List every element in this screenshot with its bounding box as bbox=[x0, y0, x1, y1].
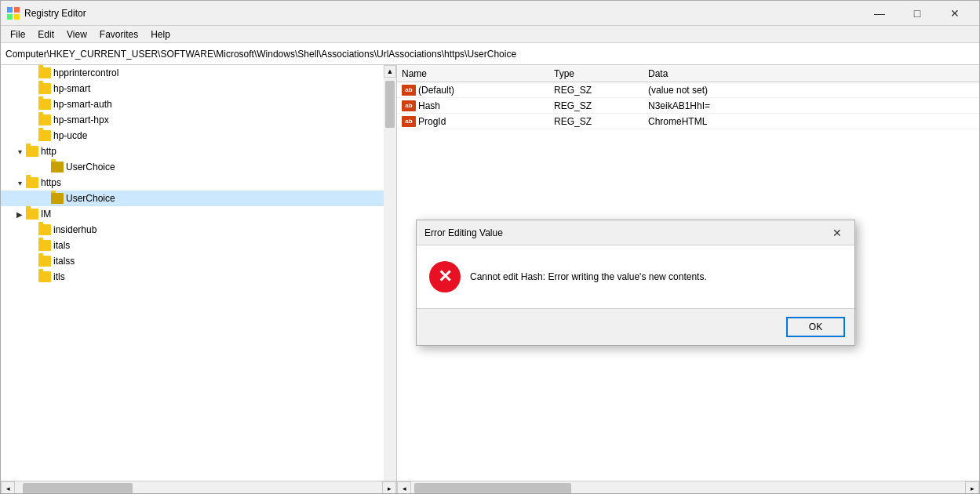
svg-rect-3 bbox=[14, 14, 20, 20]
value-label: Hash bbox=[418, 100, 440, 111]
svg-rect-0 bbox=[7, 7, 13, 13]
scroll-left-arrow-r[interactable]: ◂ bbox=[397, 481, 411, 495]
scroll-thumb-v[interactable] bbox=[385, 81, 395, 128]
ab-icon: ab bbox=[402, 116, 416, 127]
scroll-up-arrow[interactable]: ▲ bbox=[384, 65, 396, 78]
app-icon bbox=[7, 7, 20, 20]
folder-icon bbox=[38, 271, 51, 282]
col-header-name: Name bbox=[397, 68, 554, 79]
tree-label: insiderhub bbox=[53, 224, 97, 235]
tree-item-https[interactable]: ▾ https bbox=[1, 175, 396, 191]
tree-item-userchoice-http[interactable]: UserChoice bbox=[1, 159, 396, 175]
dialog-ok-button[interactable]: OK bbox=[786, 317, 845, 337]
error-icon: ✕ bbox=[429, 261, 461, 292]
close-button[interactable]: ✕ bbox=[937, 1, 973, 26]
tree-label: UserChoice bbox=[66, 162, 115, 173]
value-row-hash[interactable]: ab Hash REG_SZ N3eikAB1HhI= bbox=[397, 98, 979, 114]
collapse-icon: ▾ bbox=[13, 179, 26, 187]
dialog-message: Cannot edit Hash: Error writing the valu… bbox=[470, 271, 842, 282]
tree-panel: hpprintercontrol hp-smart hp-smart-auth bbox=[1, 65, 397, 481]
error-dialog: Error Editing Value ✕ ✕ Cannot edit Hash… bbox=[416, 220, 855, 346]
folder-icon bbox=[51, 162, 64, 173]
tree-label: itals bbox=[53, 240, 70, 251]
scroll-track-left[interactable] bbox=[15, 481, 382, 495]
tree-label: hpprintercontrol bbox=[53, 67, 118, 78]
folder-icon bbox=[38, 256, 51, 267]
scroll-thumb-h-right[interactable] bbox=[414, 483, 571, 494]
value-name-default: ab (Default) bbox=[397, 85, 554, 96]
menu-help[interactable]: Help bbox=[144, 27, 177, 42]
address-bar[interactable]: Computer\HKEY_CURRENT_USER\SOFTWARE\Micr… bbox=[1, 43, 979, 65]
value-row-default[interactable]: ab (Default) REG_SZ (value not set) bbox=[397, 82, 979, 98]
tree-scrollbar-v[interactable]: ▲ bbox=[384, 65, 396, 481]
menu-view[interactable]: View bbox=[60, 27, 93, 42]
col-header-data: Data bbox=[648, 68, 979, 79]
title-bar-left: Registry Editor bbox=[7, 7, 86, 20]
scroll-right-arrow-r[interactable]: ▸ bbox=[965, 481, 979, 495]
dialog-title: Error Editing Value bbox=[424, 227, 503, 238]
title-bar: Registry Editor — □ ✕ bbox=[1, 1, 979, 26]
tree-item-im[interactable]: ▶ IM bbox=[1, 206, 396, 222]
tree-item-hp-ucde[interactable]: hp-ucde bbox=[1, 128, 396, 143]
tree-label: UserChoice bbox=[66, 193, 115, 204]
tree-item-userchoice-https[interactable]: UserChoice bbox=[1, 191, 396, 206]
scroll-right-arrow[interactable]: ▸ bbox=[382, 481, 396, 495]
tree-item-insiderhub[interactable]: insiderhub bbox=[1, 222, 396, 238]
tree-scroll[interactable]: hpprintercontrol hp-smart hp-smart-auth bbox=[1, 65, 396, 481]
collapse-icon: ▾ bbox=[13, 147, 26, 156]
folder-icon bbox=[38, 224, 51, 235]
tree-item-hp-smart-auth[interactable]: hp-smart-auth bbox=[1, 96, 396, 112]
address-path: Computer\HKEY_CURRENT_USER\SOFTWARE\Micr… bbox=[5, 49, 516, 60]
tree-item-hpprintercontrol[interactable]: hpprintercontrol bbox=[1, 65, 396, 81]
menu-favorites[interactable]: Favorites bbox=[93, 27, 144, 42]
scroll-thumb-h-left[interactable] bbox=[23, 483, 133, 494]
menu-edit[interactable]: Edit bbox=[31, 27, 60, 42]
folder-icon bbox=[26, 146, 38, 157]
value-data-hash: N3eikAB1HhI= bbox=[648, 100, 979, 111]
value-name-progid: ab ProgId bbox=[397, 116, 554, 127]
col-header-type: Type bbox=[554, 68, 648, 79]
error-symbol: ✕ bbox=[438, 267, 452, 287]
tree-item-hp-smart[interactable]: hp-smart bbox=[1, 81, 396, 96]
dialog-footer: OK bbox=[417, 308, 854, 345]
tree-item-itals[interactable]: itals bbox=[1, 238, 396, 253]
menu-file[interactable]: File bbox=[4, 27, 31, 42]
folder-icon bbox=[38, 67, 51, 78]
tree-item-http[interactable]: ▾ http bbox=[1, 143, 396, 159]
menu-bar: File Edit View Favorites Help bbox=[1, 26, 979, 43]
svg-rect-1 bbox=[14, 7, 20, 13]
tree-item-italss[interactable]: italss bbox=[1, 253, 396, 269]
expand-icon: ▶ bbox=[13, 210, 26, 219]
dialog-body: ✕ Cannot edit Hash: Error writing the va… bbox=[417, 245, 854, 308]
tree-item-hp-smart-hpx[interactable]: hp-smart-hpx bbox=[1, 112, 396, 128]
folder-icon bbox=[38, 83, 51, 94]
value-type-default: REG_SZ bbox=[554, 85, 648, 96]
values-header: Name Type Data bbox=[397, 65, 979, 82]
tree-label: http bbox=[41, 146, 56, 157]
dialog-close-button[interactable]: ✕ bbox=[828, 223, 847, 242]
value-row-progid[interactable]: ab ProgId REG_SZ ChromeHTML bbox=[397, 114, 979, 129]
window-title: Registry Editor bbox=[24, 8, 86, 19]
tree-item-itls[interactable]: itls bbox=[1, 269, 396, 285]
value-data-progid: ChromeHTML bbox=[648, 116, 979, 127]
ab-icon: ab bbox=[402, 100, 416, 111]
folder-icon bbox=[51, 193, 64, 204]
tree-label: italss bbox=[53, 256, 75, 267]
folder-icon bbox=[38, 114, 51, 125]
value-label: (Default) bbox=[418, 85, 454, 96]
values-scrollbar-h[interactable]: ◂ ▸ bbox=[397, 481, 979, 494]
scroll-left-arrow[interactable]: ◂ bbox=[1, 481, 15, 495]
tree-label: hp-smart-auth bbox=[53, 99, 112, 110]
tree-label: hp-smart bbox=[53, 83, 90, 94]
scroll-track-right[interactable] bbox=[411, 481, 965, 495]
tree-label: IM bbox=[41, 209, 51, 220]
value-type-progid: REG_SZ bbox=[554, 116, 648, 127]
tree-scrollbar-h[interactable]: ◂ ▸ bbox=[1, 481, 397, 494]
maximize-button[interactable]: □ bbox=[899, 1, 935, 26]
tree-label: itls bbox=[53, 271, 65, 282]
svg-rect-2 bbox=[7, 14, 13, 20]
value-data-default: (value not set) bbox=[648, 85, 979, 96]
folder-icon bbox=[38, 130, 51, 141]
minimize-button[interactable]: — bbox=[862, 1, 898, 26]
value-type-hash: REG_SZ bbox=[554, 100, 648, 111]
